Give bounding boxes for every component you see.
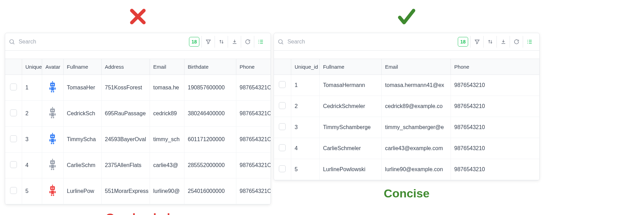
row-checkbox[interactable] bbox=[279, 123, 286, 130]
svg-point-21 bbox=[53, 136, 54, 137]
row-checkbox[interactable] bbox=[10, 84, 17, 90]
list-icon bbox=[527, 39, 533, 45]
row-checkbox[interactable] bbox=[279, 165, 286, 172]
row-checkbox[interactable] bbox=[10, 187, 17, 194]
svg-point-11 bbox=[51, 110, 52, 111]
column-header[interactable] bbox=[274, 59, 291, 75]
column-header[interactable]: Fullname bbox=[319, 59, 381, 75]
search-box[interactable] bbox=[277, 38, 455, 45]
table-row[interactable]: 2 CedrickSch695RauPassagecedrick89380246… bbox=[5, 101, 271, 127]
svg-rect-18 bbox=[53, 117, 54, 118]
cell-fullname: LurlinePowlowski bbox=[319, 159, 381, 180]
column-header[interactable]: Fullname bbox=[63, 59, 101, 75]
spacer bbox=[5, 51, 271, 59]
row-checkbox[interactable] bbox=[10, 161, 17, 168]
table-row[interactable]: 5LurlinePowlowskilurline90@example.con98… bbox=[274, 159, 539, 180]
svg-rect-9 bbox=[53, 91, 54, 92]
download-icon bbox=[231, 39, 238, 45]
table-row[interactable]: 2CedrickSchmelercedrick89@example.co9876… bbox=[274, 96, 539, 117]
filter-icon bbox=[474, 39, 480, 45]
table-row[interactable]: 3 TimmyScha24593BayerOvaltimmy_sch601171… bbox=[5, 127, 271, 153]
column-header[interactable]: Unique_ bbox=[22, 59, 42, 75]
refresh-button[interactable] bbox=[510, 36, 523, 48]
svg-rect-35 bbox=[51, 168, 52, 170]
column-header[interactable]: Address bbox=[101, 59, 150, 75]
column-header[interactable]: Email bbox=[150, 59, 184, 75]
svg-rect-41 bbox=[51, 190, 54, 194]
svg-rect-43 bbox=[55, 191, 56, 193]
refresh-button[interactable] bbox=[241, 36, 254, 48]
cell-fullname: CarlieSchm bbox=[63, 153, 101, 178]
svg-point-12 bbox=[53, 110, 54, 111]
columns-button[interactable] bbox=[254, 36, 267, 48]
cell-phone: 9876543210 bbox=[451, 96, 539, 117]
cell-avatar bbox=[42, 101, 63, 127]
svg-rect-10 bbox=[50, 109, 55, 113]
cell-address: 695RauPassage bbox=[101, 101, 150, 127]
column-header[interactable]: Birthdate bbox=[184, 59, 236, 75]
svg-point-29 bbox=[51, 162, 52, 163]
svg-point-46 bbox=[278, 40, 282, 43]
column-header[interactable]: Unique_id bbox=[291, 59, 319, 75]
filter-button[interactable] bbox=[470, 36, 483, 48]
svg-rect-28 bbox=[50, 160, 55, 164]
cell-id: 3 bbox=[22, 127, 42, 153]
svg-rect-14 bbox=[51, 113, 54, 116]
cell-email: lurline90@example.con bbox=[381, 159, 451, 180]
cell-id: 3 bbox=[291, 117, 319, 138]
cell-email: cedrick89@example.co bbox=[381, 96, 451, 117]
cell-id: 1 bbox=[22, 75, 42, 101]
svg-rect-15 bbox=[49, 113, 50, 116]
cell-email: lurline90@ bbox=[150, 178, 184, 204]
download-button[interactable] bbox=[228, 36, 241, 48]
sort-button[interactable] bbox=[215, 36, 228, 48]
cell-birthdate: 254016000000 bbox=[184, 178, 236, 204]
table-card-left: 18 bbox=[5, 33, 271, 205]
cell-id: 4 bbox=[291, 138, 319, 159]
table-row[interactable]: 1 TomasaHer751KossForesttomasa.he1908576… bbox=[5, 75, 271, 101]
svg-point-3 bbox=[53, 84, 54, 85]
column-header[interactable]: Phone bbox=[236, 59, 271, 75]
column-header[interactable] bbox=[5, 59, 22, 75]
cell-email: tomasa.he bbox=[150, 75, 184, 101]
table-row[interactable]: 1TomasaHermanntomasa.hermann41@ex9876543… bbox=[274, 75, 539, 96]
cell-phone: 987654321C bbox=[236, 101, 271, 127]
row-checkbox[interactable] bbox=[279, 102, 286, 109]
search-input[interactable] bbox=[19, 39, 186, 45]
cell-id: 1 bbox=[291, 75, 319, 96]
count-badge[interactable]: 18 bbox=[458, 37, 468, 47]
filter-button[interactable] bbox=[201, 36, 215, 48]
panel-concise: 18 bbox=[274, 0, 540, 200]
svg-rect-31 bbox=[52, 159, 53, 160]
download-button[interactable] bbox=[496, 36, 510, 48]
table-row[interactable]: 5 LurlinePow551MorarExpresslurline90@254… bbox=[5, 178, 271, 204]
columns-button[interactable] bbox=[523, 36, 536, 48]
count-badge[interactable]: 18 bbox=[189, 37, 199, 47]
column-header[interactable]: Email bbox=[381, 59, 451, 75]
column-header[interactable]: Phone bbox=[451, 59, 539, 75]
row-checkbox[interactable] bbox=[10, 109, 17, 116]
cell-address: 751KossForest bbox=[101, 75, 150, 101]
row-checkbox[interactable] bbox=[279, 144, 286, 151]
row-checkbox[interactable] bbox=[10, 135, 17, 142]
table-row[interactable]: 4 CarlieSchm2375AllenFlatscarlie43@28555… bbox=[5, 153, 271, 178]
svg-rect-33 bbox=[49, 165, 50, 167]
table-row[interactable]: 4CarlieSchmelercarlie43@example.com98765… bbox=[274, 138, 539, 159]
table-row[interactable]: 3TimmySchambergetimmy_schamberger@e98765… bbox=[274, 117, 539, 138]
svg-rect-22 bbox=[52, 133, 53, 135]
column-header[interactable]: Avatar bbox=[42, 59, 63, 75]
svg-rect-42 bbox=[49, 191, 50, 193]
cell-phone: 987654321C bbox=[236, 153, 271, 178]
row-checkbox[interactable] bbox=[279, 81, 286, 88]
sort-button[interactable] bbox=[483, 36, 496, 48]
svg-rect-23 bbox=[51, 139, 54, 142]
search-input[interactable] bbox=[287, 39, 455, 45]
svg-rect-13 bbox=[52, 107, 53, 109]
svg-rect-24 bbox=[49, 139, 50, 141]
search-box[interactable] bbox=[9, 38, 186, 45]
svg-rect-26 bbox=[51, 143, 52, 144]
table-card-right: 18 bbox=[274, 33, 540, 180]
caption-overloaded: Overloaded bbox=[5, 211, 271, 215]
search-icon bbox=[9, 38, 15, 45]
cell-birthdate: 190857600000 bbox=[184, 75, 236, 101]
